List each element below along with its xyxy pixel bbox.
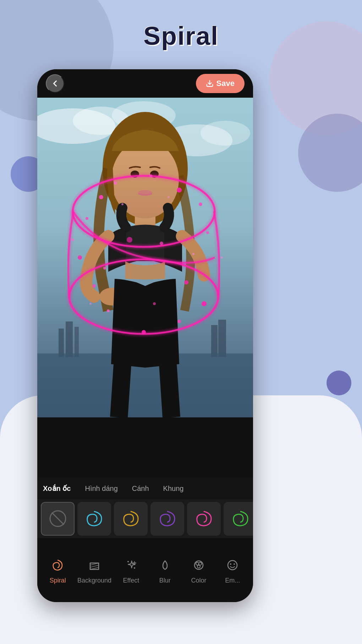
svg-rect-9	[75, 327, 79, 357]
nav-label-blur: Blur	[159, 577, 171, 584]
spiral-option-pink[interactable]	[187, 502, 221, 536]
svg-rect-8	[66, 321, 73, 357]
svg-rect-11	[218, 320, 226, 357]
nav-label-emoji: Em...	[225, 577, 240, 584]
svg-rect-10	[211, 325, 218, 357]
spiral-option-none[interactable]	[41, 502, 75, 536]
spiral-icon	[49, 556, 67, 574]
phone-frame: Save	[37, 69, 253, 602]
nav-item-background[interactable]: Background	[77, 556, 111, 584]
svg-point-64	[234, 563, 235, 565]
save-button[interactable]: Save	[196, 74, 245, 93]
nav-item-spiral[interactable]: Spiral	[44, 556, 72, 584]
color-icon	[190, 556, 208, 574]
bg-circle-5	[327, 370, 351, 395]
person-image	[37, 98, 253, 417]
effect-icon	[122, 556, 140, 574]
svg-point-18	[138, 190, 152, 196]
page-title: Spiral	[143, 21, 219, 50]
svg-point-57	[134, 567, 135, 569]
svg-rect-7	[59, 329, 64, 357]
svg-line-48	[52, 513, 64, 525]
svg-point-63	[230, 563, 231, 565]
spiral-option-gold[interactable]	[114, 502, 148, 536]
nav-label-effect: Effect	[123, 577, 139, 584]
top-bar: Save	[37, 69, 253, 98]
save-label: Save	[216, 79, 235, 88]
svg-point-56	[127, 561, 129, 562]
tab-khung[interactable]: Khung	[163, 485, 184, 493]
tab-xoan-oc[interactable]: Xoắn ốc	[43, 484, 71, 493]
nav-label-background: Background	[77, 577, 111, 584]
svg-point-16	[131, 171, 139, 178]
svg-point-60	[199, 562, 202, 565]
spiral-option-blue[interactable]	[77, 502, 111, 536]
category-tabs: Xoắn ốc Hình dáng Cánh Khung	[37, 478, 253, 499]
tab-canh[interactable]: Cánh	[132, 485, 149, 493]
nav-label-color: Color	[191, 577, 206, 584]
nav-label-spiral: Spiral	[50, 577, 66, 584]
back-button[interactable]	[46, 74, 64, 93]
tab-hinh-dang[interactable]: Hình dáng	[85, 485, 117, 493]
spiral-option-green[interactable]	[224, 502, 253, 536]
svg-point-5	[201, 121, 250, 146]
photo-area	[37, 98, 253, 417]
blur-icon	[156, 556, 174, 574]
spiral-options-strip	[37, 499, 253, 538]
background-icon	[86, 556, 103, 574]
svg-point-59	[196, 562, 199, 565]
svg-point-17	[150, 171, 159, 178]
emoji-icon	[224, 556, 241, 574]
svg-point-61	[197, 565, 200, 568]
svg-point-62	[228, 561, 237, 570]
nav-item-effect[interactable]: Effect	[117, 556, 145, 584]
svg-line-54	[90, 565, 99, 567]
spiral-option-purple[interactable]	[150, 502, 184, 536]
nav-item-blur[interactable]: Blur	[151, 556, 179, 584]
nav-item-emoji[interactable]: Em...	[218, 556, 247, 584]
nav-item-color[interactable]: Color	[185, 556, 213, 584]
bottom-nav: Spiral Background	[37, 538, 253, 602]
